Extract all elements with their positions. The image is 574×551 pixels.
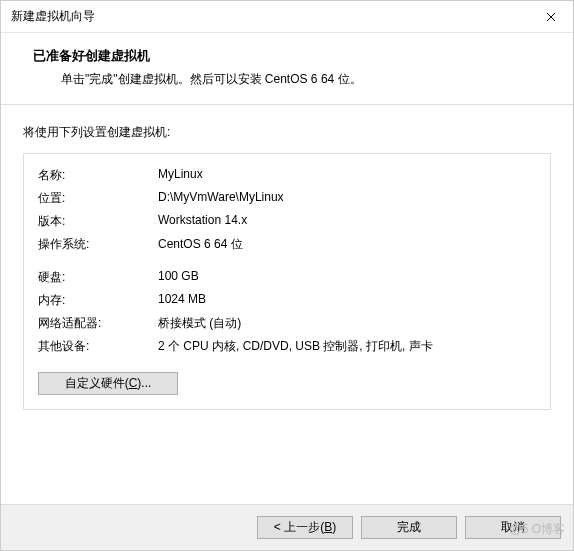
footer: < 上一步(B) 完成 取消 @5 ㅤO博客 [1, 504, 573, 550]
page-heading: 已准备好创建虚拟机 [33, 47, 551, 65]
setting-label: 名称: [38, 164, 158, 187]
setting-value: 1024 MB [158, 289, 536, 312]
page-subheading: 单击"完成"创建虚拟机。然后可以安装 CentOS 6 64 位。 [61, 71, 551, 88]
header-area: 已准备好创建虚拟机 单击"完成"创建虚拟机。然后可以安装 CentOS 6 64… [1, 33, 573, 104]
settings-table: 名称: MyLinux 位置: D:\MyVmWare\MyLinux 版本: … [38, 164, 536, 358]
table-row: 版本: Workstation 14.x [38, 210, 536, 233]
table-row: 内存: 1024 MB [38, 289, 536, 312]
close-button[interactable] [528, 1, 573, 33]
setting-value: CentOS 6 64 位 [158, 233, 536, 256]
setting-label: 其他设备: [38, 335, 158, 358]
settings-box: 名称: MyLinux 位置: D:\MyVmWare\MyLinux 版本: … [23, 153, 551, 410]
setting-label: 版本: [38, 210, 158, 233]
table-row: 硬盘: 100 GB [38, 266, 536, 289]
back-button[interactable]: < 上一步(B) [257, 516, 353, 539]
table-row: 网络适配器: 桥接模式 (自动) [38, 312, 536, 335]
spacer-row [38, 256, 536, 266]
customize-wrap: 自定义硬件(C)... [38, 372, 536, 395]
table-row: 位置: D:\MyVmWare\MyLinux [38, 187, 536, 210]
setting-value: 桥接模式 (自动) [158, 312, 536, 335]
setting-value: 100 GB [158, 266, 536, 289]
table-row: 名称: MyLinux [38, 164, 536, 187]
table-row: 其他设备: 2 个 CPU 内核, CD/DVD, USB 控制器, 打印机, … [38, 335, 536, 358]
setting-value: 2 个 CPU 内核, CD/DVD, USB 控制器, 打印机, 声卡 [158, 335, 536, 358]
finish-button[interactable]: 完成 [361, 516, 457, 539]
table-row: 操作系统: CentOS 6 64 位 [38, 233, 536, 256]
setting-label: 操作系统: [38, 233, 158, 256]
close-icon [546, 12, 556, 22]
customize-hardware-button[interactable]: 自定义硬件(C)... [38, 372, 178, 395]
setting-label: 网络适配器: [38, 312, 158, 335]
content-intro: 将使用下列设置创建虚拟机: [23, 124, 551, 141]
setting-label: 硬盘: [38, 266, 158, 289]
cancel-button[interactable]: 取消 [465, 516, 561, 539]
setting-value: D:\MyVmWare\MyLinux [158, 187, 536, 210]
setting-value: Workstation 14.x [158, 210, 536, 233]
setting-label: 内存: [38, 289, 158, 312]
setting-value: MyLinux [158, 164, 536, 187]
titlebar: 新建虚拟机向导 [1, 1, 573, 33]
window-title: 新建虚拟机向导 [11, 8, 95, 25]
wizard-window: 新建虚拟机向导 已准备好创建虚拟机 单击"完成"创建虚拟机。然后可以安装 Cen… [0, 0, 574, 551]
content-area: 将使用下列设置创建虚拟机: 名称: MyLinux 位置: D:\MyVmWar… [1, 106, 573, 504]
setting-label: 位置: [38, 187, 158, 210]
